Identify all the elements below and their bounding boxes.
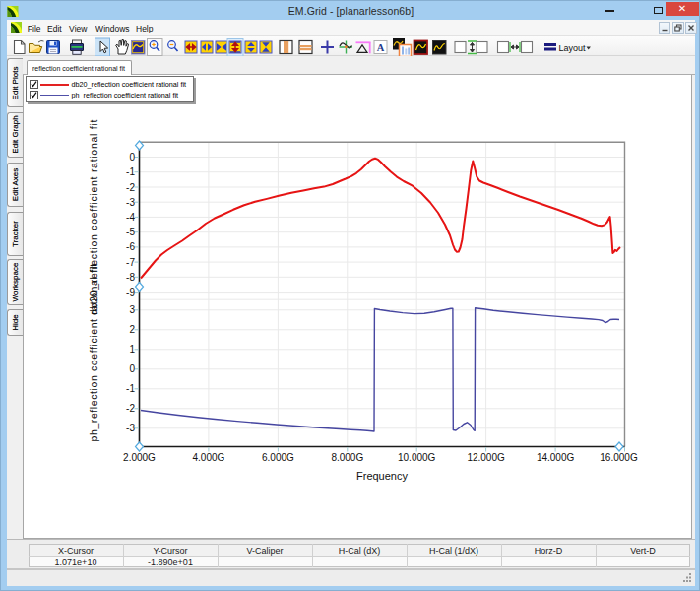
- svg-text:-1: -1: [126, 166, 135, 177]
- svg-text:1: 1: [129, 344, 135, 355]
- svg-text:0: 0: [129, 363, 135, 374]
- svg-text:-4: -4: [126, 212, 135, 223]
- svg-text:ph_reflection coefficient rati: ph_reflection coefficient rational fit: [88, 263, 99, 441]
- svg-text:A: A: [377, 42, 385, 53]
- svg-text:-3: -3: [126, 197, 135, 208]
- svg-text:6.000G: 6.000G: [262, 452, 294, 463]
- svg-text:Layout: Layout: [559, 43, 587, 53]
- svg-text:-2: -2: [126, 182, 135, 193]
- svg-text:12.000G: 12.000G: [467, 452, 505, 463]
- svg-text:-1: -1: [126, 383, 135, 394]
- svg-text:Frequency: Frequency: [356, 470, 408, 482]
- svg-text:-7: -7: [126, 257, 135, 268]
- svg-text:2.000G: 2.000G: [123, 452, 156, 463]
- svg-text:4.000G: 4.000G: [192, 452, 224, 463]
- svg-text:-8: -8: [126, 272, 135, 283]
- svg-text:2: 2: [129, 324, 135, 335]
- svg-text:-2: -2: [126, 403, 135, 414]
- svg-text:0: 0: [129, 152, 135, 163]
- svg-text:-6: -6: [126, 241, 135, 252]
- svg-text:8.000G: 8.000G: [331, 452, 363, 463]
- svg-text:-9: -9: [126, 287, 135, 297]
- svg-text:16.000G: 16.000G: [600, 452, 638, 463]
- svg-text:-3: -3: [126, 423, 135, 433]
- svg-text:14.000G: 14.000G: [537, 452, 575, 463]
- svg-text:3: 3: [129, 304, 135, 315]
- svg-text:10.000G: 10.000G: [398, 452, 436, 463]
- svg-text:-5: -5: [126, 227, 135, 237]
